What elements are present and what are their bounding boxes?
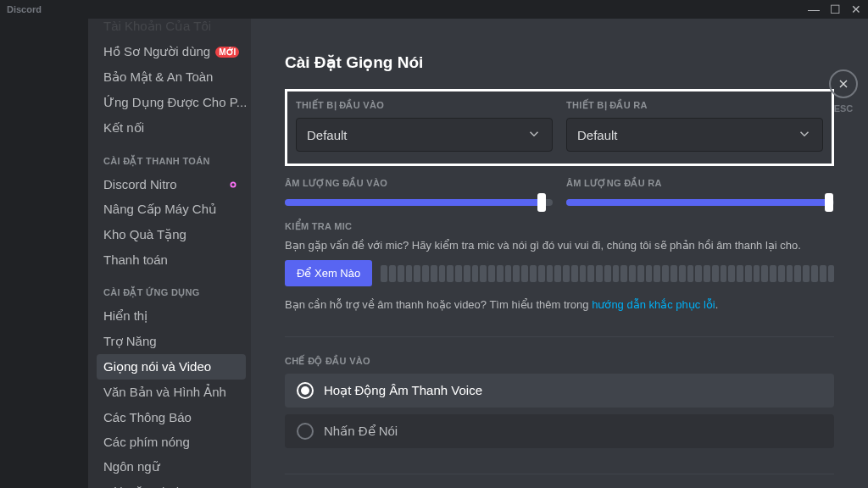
divider [285, 474, 834, 474]
sidebar-item-language[interactable]: Ngôn ngữ [97, 454, 246, 480]
sidebar-item-server-boost[interactable]: Nâng Cấp Máy Chủ [97, 197, 246, 222]
input-volume-slider[interactable] [285, 199, 553, 206]
sidebar-item-label: Kho Quà Tặng [103, 227, 186, 242]
new-badge: MỚI [215, 47, 239, 58]
sidebar-item-label: Các phím nóng [103, 435, 190, 449]
window-controls: — ☐ ✕ [808, 3, 861, 15]
radio-icon [297, 382, 314, 399]
slider-fill [285, 199, 542, 206]
sidebar-item-label: Bảo Mật & An Toàn [103, 69, 213, 85]
troubleshoot-link[interactable]: hướng dẫn khắc phục lỗi [592, 298, 715, 311]
sidebar-header-billing: CÀI ĐẶT THANH TOÁN [97, 141, 246, 172]
mic-test-button[interactable]: Để Xem Nào [285, 260, 372, 286]
sidebar-item-privacy[interactable]: Bảo Mật & An Toàn [97, 64, 246, 90]
input-mode-voice-activity[interactable]: Hoạt Động Âm Thanh Voice [285, 374, 834, 408]
sidebar-item-windows[interactable]: Cài Đặt Windows [97, 480, 246, 488]
sidebar-item-label: Hiển thị [103, 308, 147, 324]
input-mode-label: CHẾ ĐỘ ĐẦU VÀO [285, 356, 834, 367]
input-device-label: THIẾT BỊ ĐẦU VÀO [296, 100, 553, 111]
mic-level-meter [381, 265, 834, 282]
sidebar-item-profile[interactable]: Hồ Sơ Người dùng MỚI [97, 39, 246, 64]
radio-label: Nhấn Để Nói [324, 424, 398, 439]
sidebar-item-label: Discord Nitro [103, 177, 177, 191]
sidebar-item-authorized-apps[interactable]: Ứng Dụng Được Cho P... [97, 90, 246, 115]
divider [285, 336, 834, 337]
input-volume-label: ÂM LƯỢNG ĐẦU VÀO [285, 178, 553, 189]
esc-label: ESC [834, 103, 854, 114]
chevron-down-icon [526, 126, 542, 144]
sidebar-item-notifications[interactable]: Các Thông Báo [97, 405, 246, 430]
titlebar: Discord — ☐ ✕ [0, 0, 868, 19]
sidebar-item-text-images[interactable]: Văn Bản và Hình Ảnh [97, 380, 246, 405]
close-window-button[interactable]: ✕ [851, 3, 861, 15]
nitro-icon [227, 179, 239, 191]
output-device-value: Default [577, 128, 618, 142]
radio-icon [297, 423, 314, 440]
sidebar-item-label: Ngôn ngữ [103, 459, 160, 474]
close-icon [829, 69, 858, 98]
mic-test-section: KIỂM TRA MIC Bạn gặp vấn đề với mic? Hãy… [285, 221, 834, 311]
svg-point-1 [231, 183, 235, 186]
slider-thumb[interactable] [825, 193, 833, 212]
sidebar-item-label: Giọng nói và Video [103, 359, 211, 374]
sidebar-item-label: Nâng Cấp Máy Chủ [103, 202, 217, 217]
sidebar-item-gift-inventory[interactable]: Kho Quà Tặng [97, 222, 246, 247]
sidebar-item-label: Tài Khoản Của Tôi [103, 19, 211, 34]
maximize-button[interactable]: ☐ [830, 3, 841, 15]
minimize-button[interactable]: — [808, 3, 820, 15]
sidebar-item-connections[interactable]: Kết nối [97, 115, 246, 141]
settings-sidebar: Tài Khoản Của Tôi Hồ Sơ Người dùng MỚI B… [88, 19, 251, 488]
sidebar-item-nitro[interactable]: Discord Nitro [97, 172, 246, 197]
sidebar-header-app: CÀI ĐẶT ỨNG DỤNG [97, 272, 246, 303]
sidebar-item-label: Hồ Sơ Người dùng [103, 44, 210, 59]
chevron-down-icon [797, 126, 812, 144]
output-device-label: THIẾT BỊ ĐẦU RA [566, 100, 823, 111]
radio-label: Hoạt Động Âm Thanh Voice [324, 383, 482, 398]
sidebar-gutter [0, 19, 88, 488]
sidebar-item-label: Ứng Dụng Được Cho P... [103, 95, 246, 110]
input-mode-push-to-talk[interactable]: Nhấn Để Nói [285, 414, 834, 448]
sidebar-item-label: Các Thông Báo [103, 410, 192, 424]
sidebar-item-my-account[interactable]: Tài Khoản Của Tôi [97, 19, 246, 39]
sidebar-item-label: Thanh toán [103, 252, 168, 267]
mic-test-label: KIỂM TRA MIC [285, 221, 834, 232]
input-device-select[interactable]: Default [296, 118, 553, 152]
input-device-value: Default [307, 128, 348, 142]
input-mode-group: Hoạt Động Âm Thanh Voice Nhấn Để Nói [285, 374, 834, 448]
mic-test-description: Bạn gặp vấn đề với mic? Hãy kiểm tra mic… [285, 239, 834, 252]
output-device-select[interactable]: Default [566, 118, 823, 152]
sidebar-item-voice-video[interactable]: Giọng nói và Video [97, 354, 246, 380]
settings-content: ESC Cài Đặt Giọng Nói THIẾT BỊ ĐẦU VÀO D… [251, 19, 868, 488]
app-name: Discord [7, 4, 42, 14]
sidebar-item-accessibility[interactable]: Trợ Năng [97, 329, 246, 354]
page-title: Cài Đặt Giọng Nói [285, 19, 834, 89]
sidebar-item-label: Kết nối [103, 120, 144, 136]
output-volume-slider[interactable] [566, 199, 834, 206]
sidebar-item-appearance[interactable]: Hiển thị [97, 303, 246, 329]
sidebar-item-keybinds[interactable]: Các phím nóng [97, 430, 246, 454]
close-settings-button[interactable]: ESC [829, 69, 858, 114]
slider-thumb[interactable] [537, 193, 546, 212]
sidebar-item-label: Cài Đặt Windows [103, 485, 202, 488]
sidebar-item-label: Văn Bản và Hình Ảnh [103, 385, 226, 400]
sidebar-item-label: Trợ Năng [103, 334, 157, 349]
help-text: Bạn cần hỗ trợ về âm thanh hoặc video? T… [285, 298, 834, 311]
output-volume-label: ÂM LƯỢNG ĐẦU RA [566, 178, 834, 189]
sidebar-item-billing[interactable]: Thanh toán [97, 247, 246, 272]
volume-row: ÂM LƯỢNG ĐẦU VÀO ÂM LƯỢNG ĐẦU RA [285, 178, 834, 206]
slider-fill [566, 199, 829, 206]
device-selection-row: THIẾT BỊ ĐẦU VÀO Default THIẾT BỊ ĐẦU RA… [285, 89, 834, 166]
